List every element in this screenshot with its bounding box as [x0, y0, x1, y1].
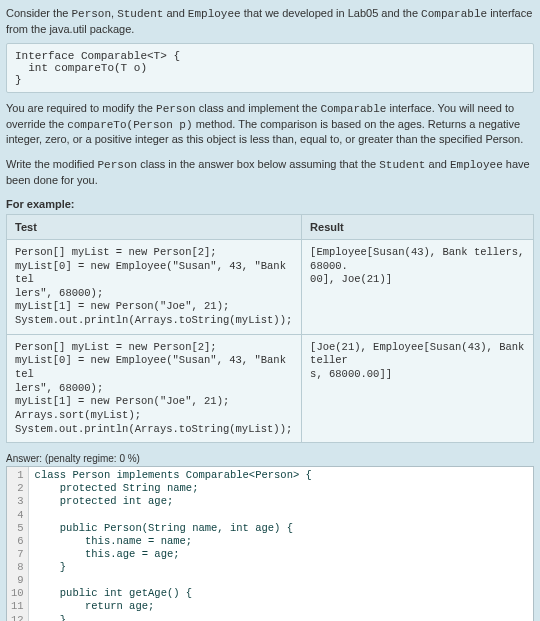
- table-row: Person[] myList = new Person[2]; myList[…: [7, 239, 534, 334]
- code-student: Student: [117, 8, 163, 20]
- test-cell: Person[] myList = new Person[2]; myList[…: [7, 239, 302, 334]
- code-comparable: Comparable: [421, 8, 487, 20]
- interface-code-block: Interface Comparable<T> { int compareTo(…: [6, 43, 534, 93]
- test-cell: Person[] myList = new Person[2]; myList[…: [7, 334, 302, 442]
- line-number-gutter: 1 2 3 4 5 6 7 8 9 10 11 12 13 14 15 16 1…: [7, 467, 29, 621]
- for-example-label: For example:: [6, 198, 534, 210]
- code-person: Person: [71, 8, 111, 20]
- intro-text: Consider the: [6, 7, 71, 19]
- intro-paragraph: Consider the Person, Student and Employe…: [6, 6, 534, 37]
- table-header-result: Result: [302, 214, 534, 239]
- table-header-test: Test: [7, 214, 302, 239]
- example-table: Test Result Person[] myList = new Person…: [6, 214, 534, 443]
- result-cell: [Employee[Susan(43), Bank tellers, 68000…: [302, 239, 534, 334]
- result-cell: [Joe(21), Employee[Susan(43), Bank telle…: [302, 334, 534, 442]
- requirement-paragraph: You are required to modify the Person cl…: [6, 101, 534, 148]
- table-row: Person[] myList = new Person[2]; myList[…: [7, 334, 534, 442]
- write-paragraph: Write the modified Person class in the a…: [6, 157, 534, 188]
- code-editor[interactable]: 1 2 3 4 5 6 7 8 9 10 11 12 13 14 15 16 1…: [6, 466, 534, 621]
- answer-penalty-label: Answer: (penalty regime: 0 %): [6, 453, 534, 464]
- code-text-area[interactable]: class Person implements Comparable<Perso…: [29, 467, 533, 621]
- code-employee: Employee: [188, 8, 241, 20]
